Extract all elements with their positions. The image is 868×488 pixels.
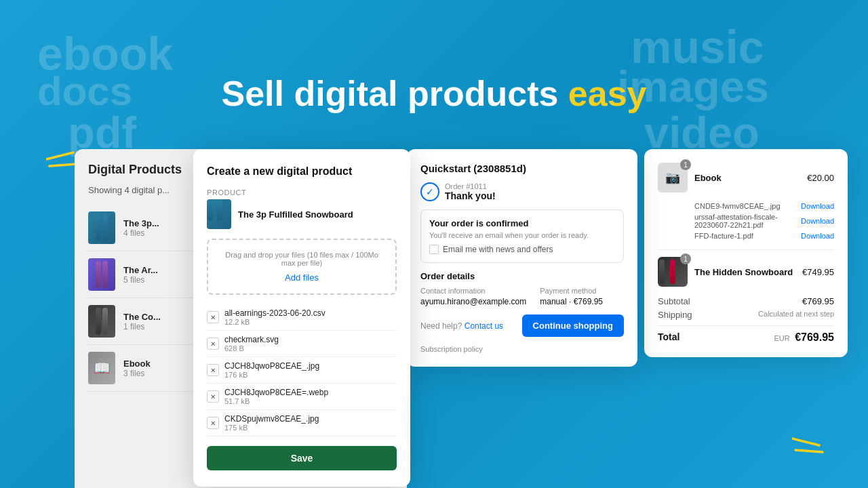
receipt-dl-link-1[interactable]: Download xyxy=(801,202,834,210)
qs-help-text: Need help? xyxy=(420,321,462,331)
product-row: The 3p Fulfilled Snowboard xyxy=(207,199,397,229)
receipt-item-info-1: Ebook xyxy=(694,173,800,183)
file-remove-4[interactable]: ✕ xyxy=(207,390,219,403)
file-info-2: checkmark.svg 628 B xyxy=(224,335,397,352)
receipt-divider xyxy=(658,249,834,250)
dp-icon-3 xyxy=(88,305,115,338)
receipt-shipping-label: Shipping xyxy=(658,310,692,320)
snowboard-3b xyxy=(102,308,108,335)
file-list: ✕ all-earnings-2023-06-20.csv 12.2 kB ✕ … xyxy=(207,304,397,436)
qs-confirmed-title: Your order is confirmed xyxy=(429,218,615,228)
receipt-badge-2: 1 xyxy=(680,253,691,264)
product-label: Product xyxy=(207,188,397,197)
qs-order-num: Order #1011 xyxy=(445,182,496,190)
file-info-1: all-earnings-2023-06-20.csv 12.2 kB xyxy=(224,308,397,326)
qs-actions: Need help? Contact us Continue shopping xyxy=(420,314,624,337)
file-size-5: 175 kB xyxy=(224,424,397,432)
product-icon-b xyxy=(217,199,222,221)
file-remove-1[interactable]: ✕ xyxy=(207,311,219,323)
receipt-currency: EUR xyxy=(774,334,789,342)
qs-help: Need help? Contact us xyxy=(420,321,503,331)
receipt-item-name-1: Ebook xyxy=(694,173,800,183)
file-item-5: ✕ CKDSpujwmv8CEAE_.jpg 175 kB xyxy=(207,410,397,436)
receipt-shipping-value: Calculated at next step xyxy=(758,310,834,320)
dropzone[interactable]: Drag and drop your files (10 files max /… xyxy=(207,239,397,295)
product-icon-a xyxy=(208,199,213,221)
qs-confirmed-sub: You'll receive an email when your order … xyxy=(429,231,615,239)
file-remove-3[interactable]: ✕ xyxy=(207,364,219,376)
receipt-downloads: CNDE9-fwmv8CEAE_.jpg Download urssaf-att… xyxy=(658,202,834,240)
add-files-button[interactable]: Add files xyxy=(285,272,319,283)
qs-payment-value: manual · €769.95 xyxy=(540,297,603,306)
receipt-dl-link-2[interactable]: Download xyxy=(801,217,834,225)
file-name-3: CJCH8JqwoP8CEAE_.jpg xyxy=(224,361,397,371)
qs-contact-link[interactable]: Contact us xyxy=(465,321,503,331)
product-name: The 3p Fulfilled Snowboard xyxy=(238,209,353,220)
qs-contact-value: ayumu.hirano@example.com xyxy=(420,297,526,306)
qs-email-checkbox[interactable] xyxy=(429,245,439,254)
qs-confirmed-box: Your order is confirmed You'll receive a… xyxy=(420,209,624,263)
digital-products-panel: Digital Products Showing 4 digital p... … xyxy=(75,149,407,488)
receipt-img-2: 1 xyxy=(658,257,688,287)
qs-check-icon: ✓ xyxy=(420,182,439,201)
receipt-dl-3: FFD-facture-1.pdf Download xyxy=(694,232,834,240)
file-remove-2[interactable]: ✕ xyxy=(207,338,219,350)
qs-thank-you: Thank you! xyxy=(445,190,496,201)
file-size-1: 12.2 kB xyxy=(224,318,397,326)
receipt-dl-2: urssaf-attestation-fiscale-20230607-22h2… xyxy=(694,213,834,229)
qs-payment-label: Payment method xyxy=(540,287,603,295)
receipt-subtotal-label: Subtotal xyxy=(658,296,690,306)
qs-order-details: Order details Contact information ayumu.… xyxy=(420,271,624,306)
receipt-item-1: 📷 1 Ebook €20.00 xyxy=(658,163,834,192)
receipt-item-price-1: €20.00 xyxy=(807,173,834,183)
receipt-grand-value: €769.95 xyxy=(795,331,834,343)
receipt-item-info-2: The Hidden Snowboard xyxy=(694,267,795,277)
qs-od-title: Order details xyxy=(420,271,624,281)
receipt-grand-total: Total EUR €769.95 xyxy=(658,325,834,344)
qs-continue-button[interactable]: Continue shopping xyxy=(522,314,624,337)
receipt-grand-label: Total xyxy=(658,331,679,344)
receipt-grand-val-wrapper: EUR €769.95 xyxy=(774,331,834,344)
qs-success-row: ✓ Order #1011 Thank you! xyxy=(420,182,624,201)
receipt-panel: 📷 1 Ebook €20.00 CNDE9-fwmv8CEAE_.jpg Do… xyxy=(644,149,848,357)
svg-line-0 xyxy=(46,152,73,159)
file-size-2: 628 B xyxy=(224,344,397,352)
dp-icon-1 xyxy=(88,211,115,244)
file-name-2: checkmark.svg xyxy=(224,335,397,344)
qs-subscription-link[interactable]: Subscription policy xyxy=(420,345,483,353)
snowboard-receipt-b xyxy=(670,260,675,284)
receipt-subtotal-value: €769.95 xyxy=(802,296,834,306)
headline-prefix: Sell digital products xyxy=(221,74,568,113)
quickstart-panel: Quickstart (2308851d) ✓ Order #1011 Than… xyxy=(407,149,637,367)
product-thumbnail xyxy=(207,199,231,229)
save-button[interactable]: Save xyxy=(207,446,397,470)
svg-line-1 xyxy=(50,164,77,166)
qs-contact-label: Contact information xyxy=(420,287,526,295)
receipt-item-name-2: The Hidden Snowboard xyxy=(694,267,795,277)
modal-title: Create a new digital product xyxy=(207,165,397,178)
snowboard-1a xyxy=(96,214,101,241)
qs-title: Quickstart (2308851d) xyxy=(420,163,624,174)
qs-payment-col: Payment method manual · €769.95 xyxy=(540,287,603,306)
file-name-4: CJCH8JqwoP8CEAE=.webp xyxy=(224,388,397,397)
snowboard-2b xyxy=(102,261,108,288)
file-info-4: CJCH8JqwoP8CEAE=.webp 51.7 kB xyxy=(224,388,397,405)
file-size-3: 176 kB xyxy=(224,371,397,379)
receipt-img-1: 📷 1 xyxy=(658,163,688,192)
file-name-5: CKDSpujwmv8CEAE_.jpg xyxy=(224,414,397,424)
receipt-dl-link-3[interactable]: Download xyxy=(801,232,834,240)
receipt-dl-name-2: urssaf-attestation-fiscale-20230607-22h2… xyxy=(694,213,801,229)
qs-email-check: Email me with news and offers xyxy=(429,245,615,254)
receipt-shipping-row: Shipping Calculated at next step xyxy=(658,310,834,320)
qs-od-row: Contact information ayumu.hirano@example… xyxy=(420,287,624,306)
file-remove-5[interactable]: ✕ xyxy=(207,417,219,429)
receipt-subtotal-row: Subtotal €769.95 xyxy=(658,296,834,306)
receipt-totals: Subtotal €769.95 Shipping Calculated at … xyxy=(658,296,834,344)
headline-highlight: easy xyxy=(568,74,647,113)
receipt-item-price-2: €749.95 xyxy=(802,267,834,277)
file-item-1: ✕ all-earnings-2023-06-20.csv 12.2 kB xyxy=(207,304,397,331)
qs-email-label: Email me with news and offers xyxy=(443,245,553,254)
file-info-3: CJCH8JqwoP8CEAE_.jpg 176 kB xyxy=(224,361,397,379)
snowboard-1b xyxy=(102,214,108,241)
file-name-1: all-earnings-2023-06-20.csv xyxy=(224,308,397,318)
